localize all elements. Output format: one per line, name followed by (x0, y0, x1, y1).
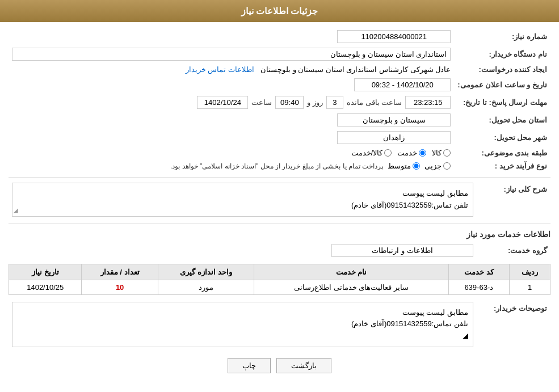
col-vahed: واحد اندازه گیری (158, 264, 254, 280)
row-shahr: شهر محل تحویل: زاهدان (9, 129, 550, 146)
mohlat-rooz-box: 3 (326, 96, 343, 109)
resize-icon: ◢ (14, 206, 18, 215)
shomare-value: 1102004884000021 (54, 28, 454, 45)
mohlat-saat-label: ساعت (251, 98, 272, 107)
services-tbody: 1 د-63-639 سایر فعالیت‌های خدماتی اطلاع‌… (9, 280, 550, 294)
farayand-jozii-label: جزیی (424, 162, 442, 170)
namdastgah-label: نام دستگاه خریدار: (454, 45, 550, 63)
row-sharh: شرح کلی نیاز: مطابق لیست پیوست تلفن تماس… (9, 180, 550, 219)
ostan-box: سیستان و بلوچستان (337, 113, 451, 127)
col-tarikh: تاریخ نیاز (9, 264, 82, 280)
row-shomare: شماره نیاز: 1102004884000021 (9, 28, 550, 45)
page-header: جزئیات اطلاعات نیاز (0, 0, 559, 22)
cell-nam: سایر فعالیت‌های خدماتی اطلاع‌رسانی (254, 280, 448, 294)
table-row: 1 د-63-639 سایر فعالیت‌های خدماتی اطلاع‌… (9, 280, 550, 294)
sharh-value: مطابق لیست پیوست تلفن تماس:09151432559(آ… (9, 180, 477, 219)
divider-1 (9, 177, 550, 178)
toseeh-label: توصیحات خریدار: (477, 300, 550, 349)
khadamat-section-title: اطلاعات خدمات مورد نیاز (9, 230, 550, 239)
ejad-link[interactable]: اطلاعات تماس خریدار (186, 65, 254, 74)
ostan-label: استان محل تحویل: (454, 111, 550, 129)
tabaqe-kala-radio[interactable] (443, 149, 451, 157)
tabaqe-radio-group: کالا خدمت کالا/خدمت (12, 149, 451, 157)
row-ostan: استان محل تحویل: سیستان و بلوچستان (9, 111, 550, 129)
farayand-desc: پرداخت تمام یا بخشی از مبلغ خریدار از مح… (170, 162, 383, 170)
page-wrapper: جزئیات اطلاعات نیاز شماره نیاز: 11020048… (0, 0, 559, 392)
toseeh-table: توصیحات خریدار: مطابق لیست پیوست تلفن تم… (9, 300, 550, 349)
shahr-box: زاهدان (337, 131, 451, 144)
ejad-label: ایجاد کننده درخواست: (454, 63, 550, 76)
toseeh-text2: تلفن تماس:09151432559(آقای خادم) (17, 318, 468, 330)
tabaqe-khedmat-label: خدمت (397, 149, 417, 157)
namdastgah-box: استانداری استان سیستان و بلوچستان (12, 48, 451, 61)
ejad-value: عادل شهرکی کارشناس استانداری استان سیستا… (9, 63, 454, 76)
grouh-label: گروه خدمت: (477, 242, 550, 259)
content-area: شماره نیاز: 1102004884000021 نام دستگاه … (0, 22, 559, 387)
tarikh-box: 1402/10/20 - 09:32 (354, 78, 451, 91)
farayand-motevaset-label: متوسط (388, 162, 411, 170)
info-table: شماره نیاز: 1102004884000021 نام دستگاه … (9, 28, 550, 172)
back-button[interactable]: بازگشت (276, 358, 331, 373)
col-tedad: تعداد / مقدار (82, 264, 158, 280)
mohlat-baqi-label: ساعت باقی مانده (347, 98, 402, 107)
cell-radif: 1 (510, 280, 550, 294)
grouh-table: گروه خدمت: اطلاعات و ارتباطات (9, 242, 550, 259)
farayand-type-row: جزیی متوسط پرداخت تمام یا بخشی از مبلغ خ… (12, 162, 451, 170)
mohlat-label: مهلت ارسال پاسخ: تا تاریخ: (454, 94, 550, 111)
grouh-value: اطلاعات و ارتباطات (9, 242, 477, 259)
tabaqe-khedmat-item: خدمت (397, 149, 426, 157)
tarikh-label: تاریخ و ساعت اعلان عمومی: (454, 76, 550, 94)
divider-2 (9, 224, 550, 224)
services-thead: ردیف کد خدمت نام خدمت واحد اندازه گیری ت… (9, 264, 550, 280)
col-kod: کد خدمت (448, 264, 509, 280)
mohlat-saat-box: 09:40 (275, 96, 304, 109)
toseeh-value: مطابق لیست پیوست تلفن تماس:09151432559(آ… (9, 300, 477, 349)
mohlat-rooz-label: روز و (307, 98, 323, 107)
tabaqe-label: طبقه بندی موضوعی: (454, 146, 550, 159)
shahr-value: زاهدان (9, 129, 454, 146)
row-grouh: گروه خدمت: اطلاعات و ارتباطات (9, 242, 550, 259)
deadline-row: 23:23:15 ساعت باقی مانده 3 روز و 09:40 س… (12, 96, 451, 109)
farayand-value: جزیی متوسط پرداخت تمام یا بخشی از مبلغ خ… (9, 159, 454, 172)
print-button[interactable]: چاپ (228, 358, 271, 373)
tabaqe-kala-item: کالا (432, 149, 451, 157)
toseeh-box: مطابق لیست پیوست تلفن تماس:09151432559(آ… (12, 302, 473, 347)
sharh-text1: مطابق لیست پیوست (17, 188, 468, 200)
tabaqe-value: کالا خدمت کالا/خدمت (9, 146, 454, 159)
cell-tarikh: 1402/10/25 (9, 280, 82, 294)
row-tarikh: تاریخ و ساعت اعلان عمومی: 1402/10/20 - 0… (9, 76, 550, 94)
sharh-label: شرح کلی نیاز: (477, 180, 550, 219)
mohlat-baqi-box: 23:23:15 (405, 96, 451, 109)
cell-vahed: مورد (158, 280, 254, 294)
services-header-row: ردیف کد خدمت نام خدمت واحد اندازه گیری ت… (9, 264, 550, 280)
shahr-label: شهر محل تحویل: (454, 129, 550, 146)
sharh-table: شرح کلی نیاز: مطابق لیست پیوست تلفن تماس… (9, 180, 550, 219)
tabaqe-kala-khedmat-radio[interactable] (384, 149, 392, 157)
farayand-jozii-item: جزیی (424, 162, 451, 170)
tarikh-value: 1402/10/20 - 09:32 (54, 76, 454, 94)
cell-kod: د-63-639 (448, 280, 509, 294)
services-table: ردیف کد خدمت نام خدمت واحد اندازه گیری ت… (9, 264, 550, 295)
ejad-text: عادل شهرکی کارشناس استانداری استان سیستا… (260, 65, 451, 74)
farayand-motevaset-radio[interactable] (413, 162, 420, 170)
row-farayand: نوع فرآیند خرید : جزیی متوسط پرداخت تمام… (9, 159, 550, 172)
header-title: جزئیات اطلاعات نیاز (241, 6, 318, 16)
col-radif: ردیف (510, 264, 550, 280)
shomare-label: شماره نیاز: (454, 28, 550, 45)
col-nam: نام خدمت (254, 264, 448, 280)
row-mohlat: مهلت ارسال پاسخ: تا تاریخ: 23:23:15 ساعت… (9, 94, 550, 111)
tabaqe-kala-khedmat-label: کالا/خدمت (351, 149, 383, 157)
farayand-label: نوع فرآیند خرید : (454, 159, 550, 172)
mohlat-value: 23:23:15 ساعت باقی مانده 3 روز و 09:40 س… (9, 94, 454, 111)
namdastgah-value: استانداری استان سیستان و بلوچستان (9, 45, 454, 63)
row-toseeh: توصیحات خریدار: مطابق لیست پیوست تلفن تم… (9, 300, 550, 349)
tabaqe-khedmat-radio[interactable] (419, 149, 426, 157)
shomare-box: 1102004884000021 (337, 30, 451, 43)
grouh-box: اطلاعات و ارتباطات (331, 244, 473, 257)
farayand-jozii-radio[interactable] (443, 162, 451, 170)
row-tabaqe: طبقه بندی موضوعی: کالا خدمت (9, 146, 550, 159)
toseeh-resize-icon: ◢ (463, 331, 468, 340)
buttons-row: بازگشت چاپ (9, 358, 550, 373)
row-ejad: ایجاد کننده درخواست: عادل شهرکی کارشناس … (9, 63, 550, 76)
mohlat-date-box: 1402/10/24 (197, 96, 248, 109)
